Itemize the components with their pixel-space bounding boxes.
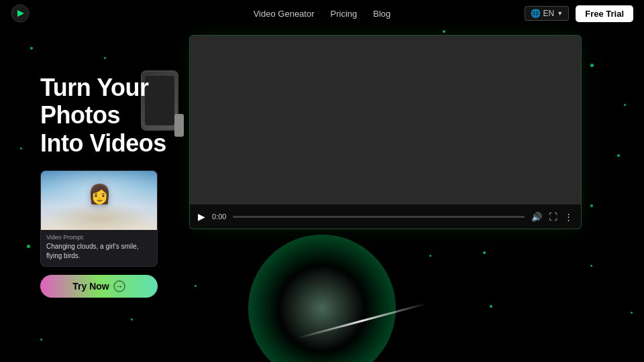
video-prompt-text: Changing clouds, a girl's smile, flying … (41, 242, 157, 266)
particle-12 (590, 204, 593, 207)
particle-5 (624, 104, 626, 106)
particle-4 (590, 64, 594, 67)
particle-10 (483, 251, 486, 254)
slide-indicator (174, 114, 184, 137)
free-trial-button[interactable]: Free Trial (576, 5, 633, 22)
particle-7 (20, 147, 22, 149)
particle-16 (631, 312, 633, 314)
particle-14 (131, 318, 133, 320)
hero-section: Turn Your Photos Into Videos Video Promp… (40, 74, 188, 298)
try-now-arrow-icon: → (113, 280, 125, 292)
particle-13 (429, 255, 431, 257)
progress-bar[interactable] (233, 216, 525, 218)
video-prompt-label: Video Prompt: (41, 230, 157, 242)
glow-ring (248, 235, 396, 362)
particle-17 (40, 339, 42, 341)
logo-icon (11, 4, 30, 23)
time-display: 0:00 (212, 213, 226, 221)
particle-6 (617, 154, 620, 157)
language-button[interactable]: 🌐 EN ▼ (525, 6, 569, 21)
particle-2 (443, 30, 445, 33)
logo[interactable] (11, 4, 30, 23)
video-controls: ▶ 0:00 🔊 ⛶ ⋮ (190, 204, 581, 229)
particle-11 (590, 265, 592, 267)
nav-blog[interactable]: Blog (373, 9, 390, 19)
chevron-down-icon: ▼ (557, 10, 563, 17)
more-options-icon[interactable]: ⋮ (564, 212, 573, 222)
light-streak (297, 302, 427, 339)
nav-links: Video Geneator Pricing Blog (254, 9, 391, 19)
try-now-label: Try Now (72, 281, 109, 292)
particle-8 (27, 245, 30, 248)
particle-1 (104, 57, 106, 59)
video-prompt-card: Video Prompt: Changing clouds, a girl's … (40, 170, 158, 267)
nav-pricing[interactable]: Pricing (331, 9, 358, 19)
lang-label: 🌐 EN (531, 9, 554, 18)
hero-title: Turn Your Photos Into Videos (40, 74, 188, 157)
video-card-image (41, 171, 158, 230)
particle-0 (30, 47, 33, 50)
video-player[interactable]: ▶ 0:00 🔊 ⛶ ⋮ (189, 35, 582, 229)
play-button[interactable]: ▶ (198, 212, 205, 221)
particle-9 (195, 285, 197, 287)
video-content-area (190, 36, 581, 204)
try-now-button[interactable]: Try Now → (40, 275, 158, 298)
particle-15 (490, 305, 492, 308)
fullscreen-icon[interactable]: ⛶ (549, 212, 557, 222)
header: Video Geneator Pricing Blog 🌐 EN ▼ Free … (0, 0, 644, 27)
volume-icon[interactable]: 🔊 (531, 212, 542, 222)
nav-video-generator[interactable]: Video Geneator (254, 9, 315, 19)
header-right: 🌐 EN ▼ Free Trial (525, 5, 633, 22)
